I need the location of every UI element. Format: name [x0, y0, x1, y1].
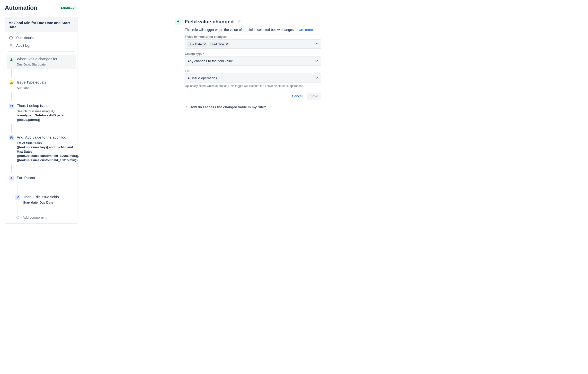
step-lookup-sub: Search for issues using JQL issuetype = …: [17, 109, 74, 122]
step-edit-fields[interactable]: Then: Edit issue fields Start date, Due …: [13, 193, 76, 207]
save-button: Save: [307, 93, 321, 100]
step-edit-sub: Start date, Due Date: [23, 200, 74, 205]
for-select[interactable]: All issue operations: [185, 74, 321, 83]
audit-log-label: Audit log: [16, 44, 29, 47]
add-component-label: Add component: [23, 216, 46, 219]
connector: [11, 124, 12, 133]
help-accordion-label: How do I access the changed value in my …: [190, 105, 266, 109]
edit-title-button[interactable]: [237, 20, 241, 24]
chip-due-date: Due Date ✕: [187, 42, 207, 47]
rule-details-link[interactable]: Rule details: [7, 34, 76, 42]
trigger-icon: [175, 19, 181, 25]
help-accordion[interactable]: How do I access the changed value in my …: [185, 105, 321, 109]
rule-name: Max and Min for Due Date and Start Date: [5, 17, 78, 32]
fields-monitor-label: Fields to monitor for changes*: [185, 35, 321, 38]
rule-panel: Max and Min for Due Date and Start Date …: [5, 17, 78, 223]
branch-icon: [9, 176, 14, 181]
chevron-right-icon: [185, 105, 188, 109]
svg-point-13: [11, 177, 12, 178]
learn-more-link[interactable]: Learn more.: [295, 28, 314, 32]
step-condition-title: Issue Type equals: [17, 80, 74, 85]
step-lookup[interactable]: Then: Lookup issues Search for issues us…: [7, 101, 76, 124]
trigger-icon: [9, 57, 14, 62]
step-branch-parent[interactable]: For: Parent: [7, 173, 76, 184]
page-title: Automation: [5, 4, 37, 11]
step-trigger-sub: Due Date, Start date: [17, 62, 74, 67]
step-trigger-title: When: Value changes for: [17, 56, 74, 61]
connector: [11, 165, 12, 173]
step-edit-title: Then: Edit issue fields: [23, 195, 74, 199]
remove-chip-icon[interactable]: ✕: [225, 42, 228, 46]
step-trigger[interactable]: When: Value changes for Due Date, Start …: [7, 55, 76, 69]
chevron-down-icon: [315, 42, 319, 46]
detail-description: This rule will trigger when the value of…: [185, 28, 321, 32]
connector: [18, 207, 18, 214]
status-badge: ENABLED: [59, 6, 76, 10]
step-audit[interactable]: And: Add value to the audit log. list of…: [7, 133, 76, 165]
connector: [11, 69, 12, 78]
for-label: For: [185, 69, 321, 73]
detail-title: Field value changed: [185, 19, 234, 25]
step-lookup-title: Then: Lookup issues: [17, 103, 74, 108]
chevron-down-icon: [315, 76, 318, 80]
rule-details-label: Rule details: [16, 36, 34, 40]
remove-chip-icon[interactable]: ✕: [203, 42, 206, 46]
change-type-label: Change type*: [185, 52, 321, 55]
svg-point-1: [11, 37, 11, 37]
step-audit-sub: list of Sub-Tasks {{lookupIssues.key}} a…: [17, 141, 74, 162]
audit-icon: [9, 135, 14, 140]
connector: [11, 93, 12, 101]
change-type-select[interactable]: Any changes to the field value: [185, 56, 321, 66]
log-icon: [9, 44, 13, 47]
detail-panel: Field value changed This rule will trigg…: [175, 17, 321, 109]
step-condition[interactable]: Issue Type equals Sub-task: [7, 78, 76, 93]
connector: [18, 184, 18, 193]
lookup-icon: [9, 104, 14, 109]
condition-icon: [9, 80, 14, 85]
add-component[interactable]: Add component: [13, 214, 76, 220]
fields-monitor-select[interactable]: Due Date ✕ Start date ✕: [185, 39, 321, 49]
step-audit-title: And: Add value to the audit log.: [17, 135, 74, 140]
divider: [8, 51, 75, 52]
step-branch-title: For: Parent: [17, 175, 74, 180]
chip-start-date: Start date ✕: [209, 42, 230, 47]
for-helper-text: Optionally select which operations this …: [185, 84, 321, 88]
cancel-button[interactable]: Cancel: [289, 93, 305, 100]
chevron-down-icon: [315, 59, 318, 63]
edit-icon: [15, 195, 20, 200]
svg-rect-8: [10, 105, 13, 107]
svg-rect-2: [11, 37, 11, 39]
info-icon: [9, 36, 13, 40]
add-dot-icon: [16, 216, 19, 219]
audit-log-link[interactable]: Audit log: [7, 42, 76, 49]
step-condition-sub: Sub-task: [17, 86, 74, 90]
